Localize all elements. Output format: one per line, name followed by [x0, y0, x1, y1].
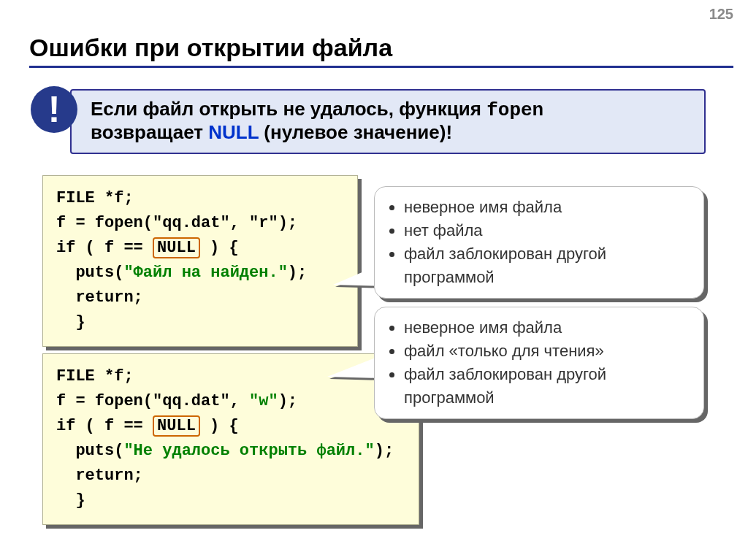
warn-null: NULL	[208, 121, 259, 143]
code2-l4s: "Не удалось открыть файл."	[123, 442, 374, 460]
code2-l2w: "w"	[249, 392, 278, 410]
code2-l4a: puts(	[56, 442, 123, 460]
code1-l3a: if ( f ==	[56, 239, 153, 257]
warn-text-2b: (нулевое значение)!	[264, 121, 452, 143]
code2-l3b: ) {	[200, 417, 239, 435]
callout1-item-0: неверное имя файла	[404, 196, 690, 219]
code1-l3b: ) {	[200, 239, 239, 257]
warning-line-1: Если файл открыть не удалось, функция fo…	[91, 98, 692, 121]
warning-box: Если файл открыть не удалось, функция fo…	[70, 89, 706, 154]
code2-l2b: );	[278, 392, 297, 410]
code1-l1: FILE *f;	[56, 189, 134, 207]
callout-read-errors: неверное имя файла нет файла файл заблок…	[374, 186, 704, 299]
code1-l4s: "Файл на найден."	[123, 264, 287, 282]
slide-title: Ошибки при открытии файла	[29, 34, 392, 62]
code-block-write: FILE *f; f = fopen("qq.dat", "w"); if ( …	[42, 353, 419, 525]
callout2-item-2: файл заблокирован другой программой	[404, 363, 690, 410]
null-highlight-2: NULL	[153, 415, 200, 437]
code2-l1: FILE *f;	[56, 367, 134, 386]
warn-code-fopen: fopen	[486, 99, 543, 121]
code2-l2a: f = fopen("qq.dat",	[56, 392, 249, 410]
warning-line-2: возвращает NULL (нулевое значение)!	[91, 121, 692, 144]
code2-l3a: if ( f ==	[56, 417, 153, 435]
code2-l4b: );	[375, 442, 394, 460]
exclamation-icon: !	[31, 86, 77, 133]
callout1-item-2: файл заблокирован другой программой	[404, 242, 690, 289]
page-number: 125	[709, 6, 733, 23]
warn-text-1a: Если файл открыть не удалось, функция	[91, 98, 486, 120]
code1-l2: f = fopen("qq.dat", "r");	[56, 214, 297, 232]
code-block-read: FILE *f; f = fopen("qq.dat", "r"); if ( …	[42, 175, 358, 347]
code1-l6: }	[56, 313, 85, 331]
code1-l4a: puts(	[56, 264, 123, 282]
callout2-item-0: неверное имя файла	[404, 316, 690, 340]
code2-l6: }	[56, 491, 85, 510]
code1-l4b: );	[288, 264, 307, 282]
code1-l5: return;	[56, 288, 143, 307]
callout-write-errors: неверное имя файла файл «только для чтен…	[374, 307, 704, 419]
null-highlight-1: NULL	[153, 237, 200, 258]
callout1-item-1: нет файла	[404, 219, 690, 242]
warn-text-2a: возвращает	[91, 121, 208, 143]
title-underline	[29, 66, 733, 68]
callout2-item-1: файл «только для чтения»	[404, 340, 690, 363]
code2-l5: return;	[56, 467, 143, 485]
